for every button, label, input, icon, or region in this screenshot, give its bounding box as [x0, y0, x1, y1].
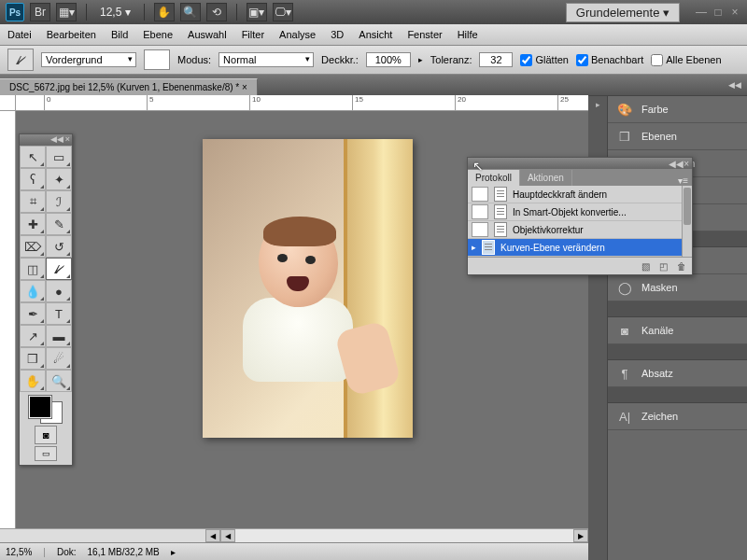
trash-icon[interactable]: 🗑: [677, 261, 686, 272]
paragraph-icon: ¶: [617, 366, 632, 381]
contiguous-checkbox[interactable]: Benachbart: [576, 54, 643, 66]
history-item[interactable]: In Smart-Objekt konvertie...: [468, 203, 692, 221]
history-item[interactable]: Hauptdeckkraft ändern: [468, 186, 692, 203]
toolbox-close-icon[interactable]: ×: [65, 134, 70, 146]
screenmode-button[interactable]: 🖵▾: [273, 3, 293, 21]
palette-icon: 🎨: [617, 102, 632, 117]
toolbox-collapse-icon[interactable]: ◀◀: [50, 134, 63, 146]
foreground-color[interactable]: [29, 396, 51, 418]
stamp-tool[interactable]: ⌦: [20, 235, 46, 258]
history-item[interactable]: Objektivkorrektur: [468, 221, 692, 239]
document-icon: [494, 222, 507, 237]
document-icon: [482, 240, 495, 255]
zoom-tool-button[interactable]: 🔍: [180, 3, 201, 21]
layout-button[interactable]: ▦▾: [56, 3, 77, 21]
tab-history[interactable]: Protokoll: [468, 170, 520, 186]
toolbox[interactable]: ◀◀× ↖ ▭ ʕ ✦ ⌗ ℐ ✚ ✎ ⌦ ↺ ◫ 💧 ● ✒ T ↗ ▬ ❒ …: [19, 133, 73, 466]
mode-dropdown[interactable]: Normal: [218, 52, 314, 67]
horizontal-ruler[interactable]: 0 5 10 15 20 25: [16, 95, 588, 111]
panel-paragraph[interactable]: ¶Absatz: [608, 360, 747, 387]
screenmode-tool[interactable]: ▭: [35, 446, 57, 461]
menu-file[interactable]: Datei: [7, 29, 32, 40]
color-swatches[interactable]: [29, 396, 63, 424]
pen-tool[interactable]: ✒: [20, 302, 46, 325]
panel-character[interactable]: A|Zeichen: [608, 403, 747, 430]
quick-select-tool[interactable]: ✦: [46, 168, 72, 190]
menu-filter[interactable]: Filter: [242, 29, 264, 40]
pattern-swatch[interactable]: [144, 49, 170, 70]
marquee-tool[interactable]: ▭: [46, 146, 72, 168]
hand-tool-button[interactable]: ✋: [154, 3, 175, 21]
panel-color[interactable]: 🎨Farbe: [608, 96, 747, 123]
vertical-ruler[interactable]: [0, 111, 16, 528]
document-icon: [494, 187, 507, 202]
all-layers-checkbox[interactable]: Alle Ebenen: [651, 54, 721, 66]
arrange-button[interactable]: ▣▾: [247, 3, 267, 21]
move-tool[interactable]: ↖: [20, 146, 46, 168]
shape-tool[interactable]: ▬: [46, 325, 72, 347]
panel-masks[interactable]: ◯Masken: [608, 274, 747, 301]
zoom-tool[interactable]: 🔍: [46, 370, 72, 392]
snapshot-icon[interactable]: ▧: [641, 261, 650, 272]
history-brush-tool[interactable]: ↺: [46, 235, 72, 258]
dodge-tool[interactable]: ●: [46, 280, 72, 302]
healing-tool[interactable]: ✚: [20, 213, 46, 235]
menu-layer[interactable]: Ebene: [143, 29, 173, 40]
document-tabs: DSC_5672.jpg bei 12,5% (Kurven 1, Ebenen…: [0, 75, 588, 95]
panel-channels[interactable]: ◙Kanäle: [608, 317, 747, 344]
options-bar: Vordergrund Modus: Normal Deckkr.: 100% …: [0, 46, 747, 75]
title-zoom-dropdown[interactable]: 12,5 ▾: [96, 6, 134, 19]
tolerance-field[interactable]: 32: [479, 52, 513, 67]
workspace-dropdown[interactable]: Grundelemente ▾: [566, 3, 680, 22]
menu-edit[interactable]: Bearbeiten: [47, 29, 96, 40]
menu-view[interactable]: Ansicht: [359, 29, 392, 40]
minimize-button[interactable]: —: [695, 6, 708, 19]
menu-3d[interactable]: 3D: [331, 29, 344, 40]
blur-tool[interactable]: 💧: [20, 280, 46, 302]
close-button[interactable]: ×: [728, 6, 741, 19]
paint-bucket-tool[interactable]: [46, 258, 72, 280]
lasso-tool[interactable]: ʕ: [20, 168, 46, 190]
horizontal-scrollbar[interactable]: ◀ ◀ ▶: [0, 528, 588, 542]
panel-layers[interactable]: ❒Ebenen: [608, 123, 747, 150]
hand-tool[interactable]: ✋: [20, 370, 46, 392]
menu-window[interactable]: Fenster: [407, 29, 442, 40]
dock-collapse-icon[interactable]: ◀◀: [728, 80, 741, 90]
scroll-right-icon[interactable]: ▶: [573, 529, 588, 542]
bridge-button[interactable]: Br: [30, 3, 50, 21]
panel-collapse-icon[interactable]: ◀◀: [669, 159, 684, 169]
eraser-tool[interactable]: ◫: [20, 258, 46, 280]
panel-close-icon[interactable]: ×: [684, 159, 689, 169]
panel-menu-icon[interactable]: ▾≡: [674, 175, 692, 186]
type-tool[interactable]: T: [46, 302, 72, 325]
rotate-view-button[interactable]: ⟲: [206, 3, 227, 21]
3d-camera-tool[interactable]: ☄: [46, 347, 72, 370]
menu-help[interactable]: Hilfe: [458, 29, 478, 40]
eyedropper-tool[interactable]: ℐ: [46, 190, 72, 213]
scroll-left-icon[interactable]: ◀: [220, 529, 235, 542]
opacity-label: Deckkr.:: [321, 54, 359, 65]
new-snapshot-icon[interactable]: ◰: [659, 261, 668, 272]
history-scrollbar[interactable]: [682, 186, 692, 257]
tab-actions[interactable]: Aktionen: [520, 170, 572, 186]
antialiasing-checkbox[interactable]: Glätten: [520, 54, 568, 66]
menu-select[interactable]: Auswahl: [188, 29, 227, 40]
history-item-selected[interactable]: ▸Kurven-Ebene verändern: [468, 239, 692, 257]
3d-tool[interactable]: ❒: [20, 347, 46, 370]
fill-dropdown[interactable]: Vordergrund: [41, 52, 136, 67]
opacity-field[interactable]: 100%: [366, 52, 411, 67]
current-tool-icon[interactable]: [7, 49, 34, 71]
path-select-tool[interactable]: ↗: [20, 325, 46, 347]
status-zoom[interactable]: 12,5%: [6, 547, 32, 557]
close-tab-icon[interactable]: ×: [242, 82, 247, 92]
menu-analysis[interactable]: Analyse: [279, 29, 316, 40]
document-tab[interactable]: DSC_5672.jpg bei 12,5% (Kurven 1, Ebenen…: [0, 78, 258, 95]
scroll-left-icon[interactable]: ◀: [205, 529, 220, 542]
status-menu-icon[interactable]: ▸: [171, 547, 176, 557]
menu-image[interactable]: Bild: [111, 29, 128, 40]
quickmask-button[interactable]: ◙: [35, 426, 57, 444]
maximize-button[interactable]: □: [712, 6, 725, 19]
crop-tool[interactable]: ⌗: [20, 190, 46, 213]
history-panel[interactable]: ◀◀ × Protokoll Aktionen ▾≡ Hauptdeckkraf…: [467, 157, 693, 275]
brush-tool[interactable]: ✎: [46, 213, 72, 235]
